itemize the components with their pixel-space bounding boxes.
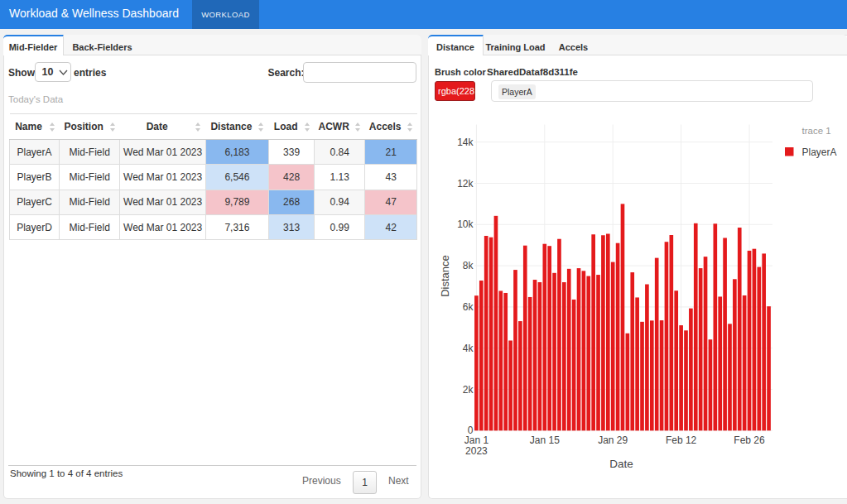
svg-text:Feb 12: Feb 12 [666,434,697,446]
svg-text:12k: 12k [457,177,474,189]
svg-text:Distance: Distance [439,255,451,297]
svg-text:Feb 26: Feb 26 [734,434,765,446]
svg-text:10k: 10k [457,218,474,230]
svg-text:PlayerA: PlayerA [802,146,837,157]
svg-text:8k: 8k [463,260,474,271]
svg-text:4k: 4k [463,342,474,353]
svg-text:6k: 6k [463,300,474,312]
svg-text:14k: 14k [457,136,474,147]
svg-text:Date: Date [609,457,633,469]
svg-text:2k: 2k [463,383,474,395]
svg-text:trace 1: trace 1 [802,125,831,135]
svg-text:Jan 29: Jan 29 [598,434,628,446]
svg-text:Jan 15: Jan 15 [530,434,560,446]
svg-text:2023: 2023 [465,444,488,456]
